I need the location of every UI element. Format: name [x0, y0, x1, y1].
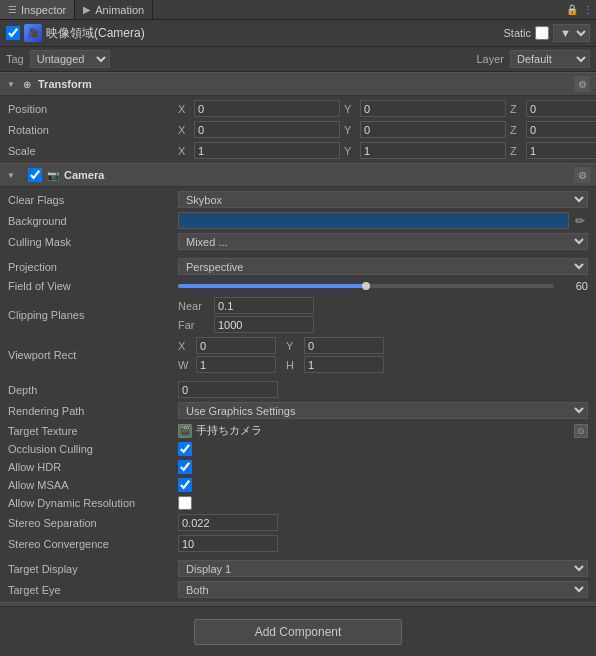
clear-flags-row: Clear Flags Skybox — [0, 189, 596, 210]
target-eye-select[interactable]: Both — [178, 581, 588, 598]
content-area: ▼ ⊕ Transform ⚙ Position X Y Z Rotation … — [0, 72, 596, 652]
target-texture-label: Target Texture — [8, 425, 178, 437]
rotation-z-input[interactable] — [526, 121, 596, 138]
rotation-y-input[interactable] — [360, 121, 506, 138]
fov-value: 60 — [558, 280, 588, 292]
animation-tab[interactable]: ▶ Animation — [75, 0, 153, 19]
scale-z-input[interactable] — [526, 142, 596, 159]
rotation-row: Rotation X Y Z — [0, 119, 596, 140]
fov-row: Field of View 60 — [0, 277, 596, 295]
viewport-row: Viewport Rect X Y W H — [0, 335, 596, 375]
far-label: Far — [178, 319, 208, 331]
camera-comp-icon: 📷 — [46, 168, 60, 182]
depth-input[interactable] — [178, 381, 278, 398]
camera-settings-icon[interactable]: ⚙ — [574, 167, 590, 183]
allow-dynamic-row: Allow Dynamic Resolution — [0, 494, 596, 512]
vp-y-input[interactable] — [304, 337, 384, 354]
position-x-input[interactable] — [194, 100, 340, 117]
stereo-conv-input[interactable] — [178, 535, 278, 552]
allow-hdr-label: Allow HDR — [8, 461, 178, 473]
layer-label: Layer — [476, 53, 504, 65]
position-row: Position X Y Z — [0, 98, 596, 119]
vp-wh-row: W H — [178, 356, 384, 373]
transform-icon: ⊕ — [20, 77, 34, 91]
vp-xy-row: X Y — [178, 337, 384, 354]
background-row: Background ✏ — [0, 210, 596, 231]
vp-x-input[interactable] — [196, 337, 276, 354]
clip-far-row: Far — [178, 316, 314, 333]
stereo-sep-input[interactable] — [178, 514, 278, 531]
transform-settings-icon[interactable]: ⚙ — [574, 76, 590, 92]
vp-h-input[interactable] — [304, 356, 384, 373]
lock-icon[interactable]: 🔒 — [564, 2, 580, 18]
occlusion-label: Occlusion Culling — [8, 443, 178, 455]
tag-label: Tag — [6, 53, 24, 65]
position-y-input[interactable] — [360, 100, 506, 117]
color-picker-icon[interactable]: ✏ — [572, 214, 588, 228]
target-texture-row: Target Texture 🎬 手持ちカメラ ⊙ — [0, 421, 596, 440]
culling-mask-label: Culling Mask — [8, 236, 178, 248]
target-eye-row: Target Eye Both — [0, 579, 596, 600]
projection-row: Projection Perspective — [0, 256, 596, 277]
scale-row: Scale X Y Z — [0, 140, 596, 161]
background-label: Background — [8, 215, 178, 227]
texture-icon: 🎬 — [178, 424, 192, 438]
fov-slider-thumb[interactable] — [362, 282, 370, 290]
static-checkbox[interactable] — [535, 26, 549, 40]
object-active-checkbox[interactable] — [6, 26, 20, 40]
camera-header[interactable]: ▼ 📷 Camera ⚙ — [0, 163, 596, 187]
camera-active-checkbox[interactable] — [28, 168, 42, 182]
depth-row: Depth — [0, 379, 596, 400]
near-input[interactable] — [214, 297, 314, 314]
background-color-swatch[interactable] — [178, 212, 569, 229]
target-display-label: Target Display — [8, 563, 178, 575]
tag-layer-row: Tag Untagged Layer Default — [0, 47, 596, 72]
rendering-path-label: Rendering Path — [8, 405, 178, 417]
projection-select[interactable]: Perspective — [178, 258, 588, 275]
position-z-input[interactable] — [526, 100, 596, 117]
scale-x-input[interactable] — [194, 142, 340, 159]
target-display-row: Target Display Display 1 — [0, 558, 596, 579]
clear-flags-select[interactable]: Skybox — [178, 191, 588, 208]
clipping-label: Clipping Planes — [8, 309, 178, 321]
allow-hdr-checkbox[interactable] — [178, 460, 192, 474]
stereo-sep-row: Stereo Separation — [0, 512, 596, 533]
rotation-x-input[interactable] — [194, 121, 340, 138]
animation-tab-label: Animation — [95, 4, 144, 16]
inspector-tab[interactable]: ☰ Inspector — [0, 0, 75, 19]
occlusion-checkbox[interactable] — [178, 442, 192, 456]
culling-mask-row: Culling Mask Mixed ... — [0, 231, 596, 252]
layer-select[interactable]: Default — [510, 50, 590, 68]
target-display-select[interactable]: Display 1 — [178, 560, 588, 577]
clip-near-row: Near — [178, 297, 314, 314]
culling-mask-select[interactable]: Mixed ... — [178, 233, 588, 250]
fov-slider-row: 60 — [178, 280, 588, 292]
stereo-sep-label: Stereo Separation — [8, 517, 178, 529]
menu-icon[interactable]: ⋮ — [580, 2, 596, 18]
rendering-path-select[interactable]: Use Graphics Settings — [178, 402, 588, 419]
scale-xyz: X Y Z — [178, 142, 596, 159]
texture-select-btn[interactable]: ⊙ — [574, 424, 588, 438]
camera-props: Clear Flags Skybox Background ✏ Culling … — [0, 187, 596, 602]
pos-x-label: X — [178, 103, 190, 115]
allow-dynamic-checkbox[interactable] — [178, 496, 192, 510]
target-eye-label: Target Eye — [8, 584, 178, 596]
rotation-xyz: X Y Z — [178, 121, 596, 138]
fov-slider-track[interactable] — [178, 284, 554, 288]
camera-title: Camera — [64, 169, 570, 181]
fov-label: Field of View — [8, 280, 178, 292]
tag-select[interactable]: Untagged — [30, 50, 110, 68]
far-input[interactable] — [214, 316, 314, 333]
scale-y-input[interactable] — [360, 142, 506, 159]
scale-label: Scale — [8, 145, 178, 157]
add-component-button[interactable]: Add Component — [194, 619, 403, 645]
object-header: 🎥 映像領域(Camera) Static ▼ — [0, 20, 596, 47]
static-dropdown[interactable]: ▼ — [553, 24, 590, 42]
allow-msaa-checkbox[interactable] — [178, 478, 192, 492]
bottom-bar: Add Component — [0, 606, 596, 656]
transform-header[interactable]: ▼ ⊕ Transform ⚙ — [0, 72, 596, 96]
transform-props: Position X Y Z Rotation X Y Z Scale — [0, 96, 596, 163]
pos-z-label: Z — [510, 103, 522, 115]
inspector-tab-label: Inspector — [21, 4, 66, 16]
vp-w-input[interactable] — [196, 356, 276, 373]
